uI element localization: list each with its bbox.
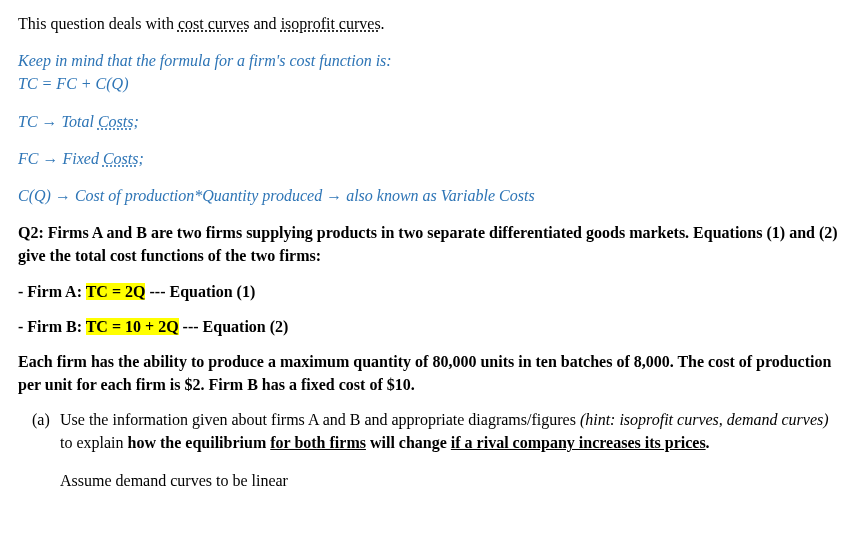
firm-a-line: - Firm A: TC = 2Q --- Equation (1): [18, 280, 838, 303]
capacity-text: Each firm has the ability to produce a m…: [18, 350, 838, 396]
arrow-icon: →: [42, 111, 58, 134]
intro-line: This question deals with cost curves and…: [18, 12, 838, 35]
assume-line: Assume demand curves to be linear: [18, 469, 838, 492]
def-tc: TC → Total Costs;: [18, 110, 838, 133]
intro-mid: and: [250, 15, 281, 32]
def-fc: FC → Fixed Costs;: [18, 147, 838, 170]
formula-block: Keep in mind that the formula for a firm…: [18, 49, 838, 95]
arrow-icon: →: [55, 185, 71, 208]
link-isoprofit-curves: isoprofit curves: [281, 15, 381, 32]
formula-tc: TC = FC + C(Q): [18, 75, 129, 92]
arrow-icon: →: [42, 148, 58, 171]
part-a-marker: (a): [32, 408, 50, 431]
formula-intro: Keep in mind that the formula for a firm…: [18, 52, 392, 69]
intro-lead: This question deals with: [18, 15, 178, 32]
hint-text: (hint: isoprofit curves, demand curves): [580, 411, 829, 428]
link-cost-curves: cost curves: [178, 15, 250, 32]
def-cq: C(Q) → Cost of production*Quantity produ…: [18, 184, 838, 207]
q2-heading: Q2: Firms A and B are two firms supplyin…: [18, 221, 838, 267]
firm-b-line: - Firm B: TC = 10 + 2Q --- Equation (2): [18, 315, 838, 338]
subquestion-list: (a) Use the information given about firm…: [18, 408, 838, 454]
link-costs-1: Costs;: [98, 113, 139, 130]
link-costs-2: Costs;: [103, 150, 144, 167]
arrow-icon: →: [326, 185, 342, 208]
eq-firm-b: TC = 10 + 2Q: [86, 318, 179, 335]
intro-tail: .: [381, 15, 385, 32]
part-a: (a) Use the information given about firm…: [60, 408, 838, 454]
eq-firm-a: TC = 2Q: [86, 283, 146, 300]
